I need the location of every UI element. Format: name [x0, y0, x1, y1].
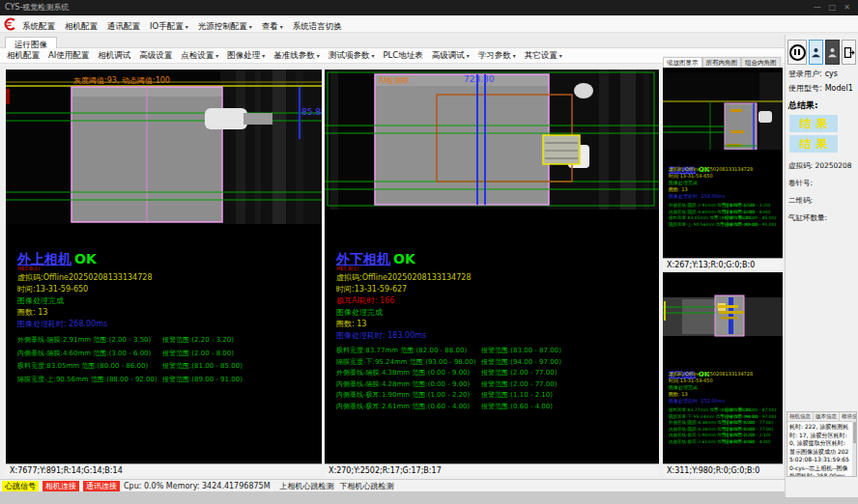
menu-item-光源控制配置[interactable]: 光源控制配置▾: [198, 21, 252, 31]
mes-label: MES:B(1): [336, 266, 657, 272]
toolbar-item-相机配置[interactable]: 相机配置: [7, 50, 40, 62]
camera-view-mini-top: 芯上相机OK虚拟码:Offline20250208133134728时间:13-…: [663, 68, 783, 270]
measurement-value: 极料宽度:83.05mm 范围:(80.00 - 86.00): [17, 362, 148, 370]
menu-item-系统语言切换[interactable]: 系统语言切换: [293, 21, 342, 31]
toolbar-item-PLC地址表[interactable]: PLC地址表: [383, 50, 422, 62]
toolbar-item-高级设置[interactable]: 高级设置: [139, 50, 172, 62]
menu-item-查看[interactable]: 查看▾: [262, 21, 283, 31]
toolbar-item-AI使用配置[interactable]: AI使用配置: [48, 50, 89, 62]
result-line: 圈数: 13: [669, 391, 781, 398]
close-icon[interactable]: ✕: [844, 3, 850, 12]
login-user-value: cys: [825, 70, 838, 78]
user-switch-button[interactable]: [825, 40, 840, 65]
minimize-icon[interactable]: —: [814, 3, 821, 12]
result-line: 图像处理完成: [669, 384, 781, 391]
control-panel: 登录用户:cys 使用型号:Model1 总结果: 结果结果 虚拟码: 2025…: [785, 35, 858, 497]
status-badge-相机连接: 相机连接: [43, 481, 79, 491]
measurement-value: 隔膜宽度-下:95.24mm 范围:(93.00 - 98.00): [336, 358, 476, 366]
mini-tab-所有内角图[interactable]: 所有内角图: [702, 57, 742, 68]
mini-tab-组合内角图[interactable]: 组合内角图: [741, 57, 781, 68]
camera-image-middle[interactable]: 723.80 AI检测框: [325, 70, 659, 210]
measurement-row: 隔膜宽度-上:90.56mm 范围:(88.00 - 92.00)报警范围:(8…: [17, 374, 320, 387]
toolbar-item-图像处理[interactable]: 图像处理▾: [227, 50, 265, 62]
toolbar-item-学习参数[interactable]: 学习参数▾: [478, 50, 516, 62]
coordinate-bar-mini-bottom: X:311;Y:980;R:0;G:0;B:0: [663, 463, 783, 476]
model-value: Model1: [825, 84, 853, 93]
menu-item-IO手配置[interactable]: IO手配置▾: [150, 21, 188, 31]
panel-field: 虚拟码: 20250208: [788, 161, 858, 170]
pause-button[interactable]: [787, 40, 807, 65]
toolbar-item-相机调试[interactable]: 相机调试: [98, 50, 130, 62]
window-bottom-strip: [0, 491, 858, 504]
result-line: 圈数: 13: [17, 307, 320, 319]
alarm-range: 报警范围:(81.00 - 85.00): [162, 360, 243, 374]
result-line: 时间:13-31-59-650: [17, 284, 320, 295]
mes-label: MES:B(1): [17, 266, 320, 272]
camera-name-label: 外下相机: [336, 251, 390, 266]
exit-button[interactable]: [842, 40, 856, 65]
menu-item-通讯配置[interactable]: 通讯配置: [107, 21, 140, 31]
result-line: 图像处理完成: [336, 307, 657, 319]
status-badge-通讯连接: 通讯连接: [83, 481, 120, 491]
result-block-middle: 外下相机OKMES:B(1)虚拟码:Offline202502081331347…: [336, 249, 657, 412]
info-scrollbar[interactable]: [852, 420, 856, 476]
info-tab-版本信息[interactable]: 版本信息: [814, 412, 840, 421]
maximize-icon[interactable]: □: [829, 3, 837, 12]
camera-image-mini-top[interactable]: [663, 72, 783, 150]
user-icon: [811, 46, 821, 59]
login-user-row: 登录用户:cys: [788, 70, 858, 79]
panel-field-value: 20250208: [813, 161, 852, 170]
camera-image-mini-bottom[interactable]: [663, 290, 783, 343]
machine-background: [220, 70, 322, 224]
measurement-row: 内侧基线-隔膜:4.60mm 范围:(3.00 - 6.00)报警范围:(2.0…: [17, 348, 320, 361]
result-block-mini-top: 芯上相机OK虚拟码:Offline20250208133134728时间:13-…: [669, 157, 781, 228]
panel-fields: 虚拟码: 20250208卷针号:二维码:气缸环数量:: [786, 161, 858, 222]
camera-image-left[interactable]: 85.88 灰度阈值:93, 动态阈值:100: [6, 70, 322, 224]
user-login-button[interactable]: [809, 40, 823, 65]
dropdown-arrow-icon: ▾: [371, 52, 374, 59]
measurement-value: 隔膜宽度-上:90.56mm 范围:(88.00 - 92.00): [17, 376, 157, 383]
info-tabs: 相机信息版本信息模块信息: [787, 412, 856, 422]
measurement-row: 极料宽度:83.05mm 范围:(80.00 - 86.00)报警范围:(81.…: [17, 360, 320, 374]
mini-tab-缩放图显示[interactable]: 缩放图显示: [663, 57, 702, 68]
title-bar: CYS-视觉检测系统 —□✕: [0, 0, 858, 15]
dropdown-arrow-icon: ▾: [249, 23, 252, 30]
camera-name-label: 外上相机: [17, 251, 72, 266]
control-buttons: [787, 40, 858, 65]
alarm-range: 报警范围:(2.00 - 77.00): [481, 379, 557, 391]
cpu-memory-text: Cpu: 0.0% Memory: 3424.41796875M: [124, 482, 271, 490]
toolbar-item-高级调试[interactable]: 高级调试▾: [432, 50, 470, 62]
result-title-row: 芯上相机OK: [669, 157, 781, 166]
result-block-left: 外上相机OKMES:B(1)虚拟码:Offline202502081331347…: [17, 249, 320, 386]
measurement-row: 内侧基线-极耳:2.61mm 范围:(0.60 - 4.00)报警范围:(0.6…: [669, 439, 781, 446]
toolbar-item-其它设置[interactable]: 其它设置▾: [525, 50, 562, 62]
result-line: 圈数: 13: [669, 186, 781, 193]
measurement-value: 内侧基线-隔膜:4.60mm 范围:(3.00 - 6.00): [17, 350, 151, 357]
total-result-label: 总结果:: [788, 99, 858, 112]
result-display-box: 结果: [789, 115, 838, 132]
measurement-row: 外侧基线-隔膜:2.91mm 范围:(2.00 - 3.50)报警范围:(2.2…: [17, 334, 320, 348]
result-line: 圈数: 13: [336, 319, 657, 330]
menu-item-系统配置[interactable]: 系统配置: [22, 21, 55, 31]
info-tab-相机信息[interactable]: 相机信息: [787, 412, 814, 421]
measurement-list: 外侧基线-隔膜:2.91mm 范围:(2.00 - 3.50)报警范围:(2.2…: [17, 334, 320, 386]
coordinate-bar-middle: X:270;Y:2502;R:17;G:17;B:17: [325, 463, 659, 476]
result-line: 时间:13-31-59-627: [336, 284, 657, 295]
dropdown-arrow-icon: ▾: [467, 52, 470, 59]
toolbar-item-点检设置[interactable]: 点检设置▾: [181, 50, 218, 62]
status-ok-label: OK: [74, 251, 97, 266]
camera-view-left: 85.88 灰度阈值:93, 动态阈值:100 外上相机OKMES:B(1)虚拟…: [6, 70, 322, 476]
dropdown-arrow-icon: ▾: [186, 23, 188, 30]
toolbar-item-基准线参数[interactable]: 基准线参数▾: [273, 50, 320, 62]
measurement-list: 外侧基线-隔膜:2.91mm 范围:(2.00 - 3.50)报警范围:(2.2…: [669, 203, 781, 228]
dropdown-arrow-icon: ▾: [559, 52, 562, 59]
status-text: 上相机心跳检测: [280, 481, 334, 491]
result-block-mini-bottom: 芯下相机OK虚拟码:Offline20250208133134728时间:13-…: [669, 362, 781, 445]
info-box: 相机信息版本信息模块信息 耗时: 222, 涂胶检测耗时: 17, 涂胶分区耗时…: [786, 411, 857, 477]
menu-item-相机配置[interactable]: 相机配置: [65, 21, 98, 31]
info-log-text: 耗时: 222, 涂胶检测耗时: 17, 涂胶分区耗时: 0, 涂胶提取分区耗时…: [787, 422, 856, 477]
result-line: 图像处理完成: [669, 180, 781, 186]
result-line: 虚拟码:Offline20250208133134728: [669, 166, 781, 173]
result-title-row: 外下相机OK: [336, 249, 657, 266]
toolbar-item-测试项参数[interactable]: 测试项参数▾: [329, 50, 375, 62]
